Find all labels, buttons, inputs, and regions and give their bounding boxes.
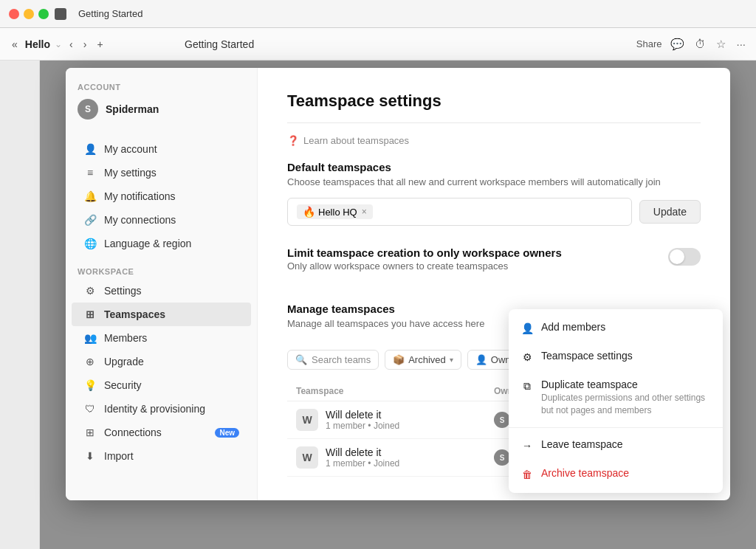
sidebar-item-connections[interactable]: ⊞ Connections New: [72, 421, 251, 444]
limit-toggle[interactable]: [668, 248, 701, 266]
sidebar-item-my-settings[interactable]: ≡ My settings: [72, 161, 251, 184]
modal-overlay: Account S Spiderman 👤 My account ≡ My se…: [40, 61, 756, 549]
ts-meta-2: 1 member • Joined: [326, 458, 399, 469]
workspace-section-label: Workspace: [66, 261, 257, 279]
limit-text: Limit teamspace creation to only workspa…: [287, 246, 562, 282]
ctx-archive-teamspace[interactable]: 🗑 Archive teamspace: [509, 460, 723, 488]
star-icon[interactable]: ☆: [715, 36, 727, 52]
window-controls: [9, 9, 49, 19]
update-button[interactable]: Update: [639, 200, 701, 224]
ctx-add-members-text: Add members: [541, 321, 605, 333]
my-account-icon: 👤: [83, 142, 97, 156]
ctx-duplicate-text: Duplicate teamspace Duplicates permissio…: [541, 379, 711, 417]
sidebar-item-my-account[interactable]: 👤 My account: [72, 137, 251, 161]
modal-content: Teamspace settings ❓ Learn about teamspa…: [258, 68, 730, 500]
upgrade-label: Upgrade: [104, 356, 239, 367]
hello-hq-tag: 🔥 Hello HQ ×: [297, 204, 373, 219]
archived-filter-btn[interactable]: 📦 Archived ▾: [385, 350, 461, 370]
search-placeholder: Search teams: [312, 354, 371, 365]
teamspace-input-field[interactable]: 🔥 Hello HQ ×: [287, 198, 632, 226]
tag-label: Hello HQ: [318, 207, 357, 218]
sidebar-bg: [0, 61, 40, 549]
search-icon: 🔍: [295, 354, 307, 365]
ctx-duplicate-label: Duplicate teamspace: [541, 379, 711, 390]
workspace-nav-section: Workspace ⚙ Settings ⊞ Teamspaces 👥 Memb…: [66, 261, 257, 468]
teamspace-input-row: 🔥 Hello HQ × Update: [287, 198, 701, 226]
page-title: Getting Started: [185, 38, 254, 50]
maximize-button[interactable]: [38, 9, 49, 19]
avatar: S: [78, 99, 98, 120]
ctx-divider: [509, 427, 723, 428]
ctx-duplicate-sub: Duplicates permissions and other setting…: [541, 392, 711, 417]
add-page-btn[interactable]: +: [94, 37, 106, 52]
search-input-box[interactable]: 🔍 Search teams: [287, 350, 379, 370]
import-label: Import: [104, 450, 239, 462]
ts-avatar-1: W: [296, 409, 318, 431]
nav-back-btn[interactable]: ‹: [66, 37, 76, 52]
ts-name-1: Will delete it: [326, 409, 399, 421]
connections-label: Connections: [104, 427, 207, 438]
sidebar-item-identity-provisioning[interactable]: 🛡 Identity & provisioning: [72, 397, 251, 421]
sidebar-item-my-notifications[interactable]: 🔔 My notifications: [72, 184, 251, 208]
ctx-archive-icon: 🗑: [520, 468, 534, 481]
ctx-teamspace-settings[interactable]: ⚙ Teamspace settings: [509, 342, 723, 371]
comment-icon[interactable]: 💬: [669, 36, 686, 52]
ts-name-cell-1: W Will delete it 1 member • Joined: [296, 409, 494, 431]
tag-close-btn[interactable]: ×: [362, 207, 367, 217]
language-region-icon: 🌐: [83, 237, 97, 250]
sidebar-item-import[interactable]: ⬇ Import: [72, 444, 251, 468]
sidebar-item-settings[interactable]: ⚙ Settings: [72, 279, 251, 303]
window-chrome: Getting Started: [0, 0, 756, 28]
workspace-caret: ⌄: [55, 39, 62, 49]
default-teamspaces-desc: Choose teamspaces that all new and curre…: [287, 176, 701, 187]
sidebar-item-teamspaces[interactable]: ⊞ Teamspaces: [72, 303, 251, 326]
ctx-add-members-label: Add members: [541, 321, 605, 333]
sidebar-item-my-connections[interactable]: 🔗 My connections: [72, 208, 251, 232]
security-icon: 💡: [83, 379, 97, 392]
page-heading: Teamspace settings: [287, 92, 701, 111]
col-teamspace: Teamspace: [296, 386, 494, 396]
tag-emoji: 🔥: [303, 206, 315, 218]
members-icon: 👥: [83, 331, 97, 345]
sidebar-item-upgrade[interactable]: ⊕ Upgrade: [72, 350, 251, 373]
limit-title: Limit teamspace creation to only workspa…: [287, 246, 562, 259]
sidebar-item-language-region[interactable]: 🌐 Language & region: [72, 232, 251, 255]
ts-info-2: Will delete it 1 member • Joined: [326, 446, 399, 469]
sidebar-item-members[interactable]: 👥 Members: [72, 326, 251, 350]
user-row: S Spiderman: [78, 99, 245, 120]
close-button[interactable]: [9, 9, 19, 19]
upgrade-icon: ⊕: [83, 355, 97, 368]
ts-meta-1: 1 member • Joined: [326, 421, 399, 431]
window-title: Getting Started: [78, 8, 142, 19]
history-icon[interactable]: ⏱: [693, 36, 707, 52]
minimize-button[interactable]: [24, 9, 34, 19]
connections-icon: ⊞: [83, 426, 97, 439]
learn-link[interactable]: ❓ Learn about teamspaces: [287, 135, 701, 146]
my-connections-label: My connections: [104, 214, 239, 226]
ctx-add-members[interactable]: 👤 Add members: [509, 314, 723, 342]
account-label: Account: [78, 83, 245, 92]
ctx-leave-teamspace[interactable]: → Leave teamspace: [509, 431, 723, 460]
ctx-leave-text: Leave teamspace: [541, 438, 623, 450]
limit-toggle-row: Limit teamspace creation to only workspa…: [287, 246, 701, 282]
ctx-settings-text: Teamspace settings: [541, 350, 633, 362]
user-name: Spiderman: [106, 103, 159, 115]
share-button[interactable]: Share: [636, 38, 662, 49]
owner-avatar-1: S: [494, 412, 510, 428]
nav-fwd-btn[interactable]: ›: [80, 37, 90, 52]
connections-badge: New: [215, 428, 239, 438]
my-connections-icon: 🔗: [83, 213, 97, 227]
ctx-duplicate-teamspace[interactable]: ⧉ Duplicate teamspace Duplicates permiss…: [509, 371, 723, 424]
ts-name-2: Will delete it: [326, 446, 399, 458]
ctx-leave-label: Leave teamspace: [541, 438, 623, 450]
workspace-name: Hello: [25, 38, 50, 50]
settings-modal: Account S Spiderman 👤 My account ≡ My se…: [66, 68, 730, 500]
my-notifications-label: My notifications: [104, 190, 239, 202]
ts-avatar-2: W: [296, 446, 318, 469]
toolbar-center: Getting Started: [185, 38, 630, 50]
more-icon[interactable]: ···: [735, 36, 747, 52]
add-members-icon: 👤: [520, 322, 534, 335]
sidebar-item-security[interactable]: 💡 Security: [72, 373, 251, 397]
security-label: Security: [104, 379, 239, 391]
sidebar-collapse-btn[interactable]: «: [9, 37, 21, 52]
